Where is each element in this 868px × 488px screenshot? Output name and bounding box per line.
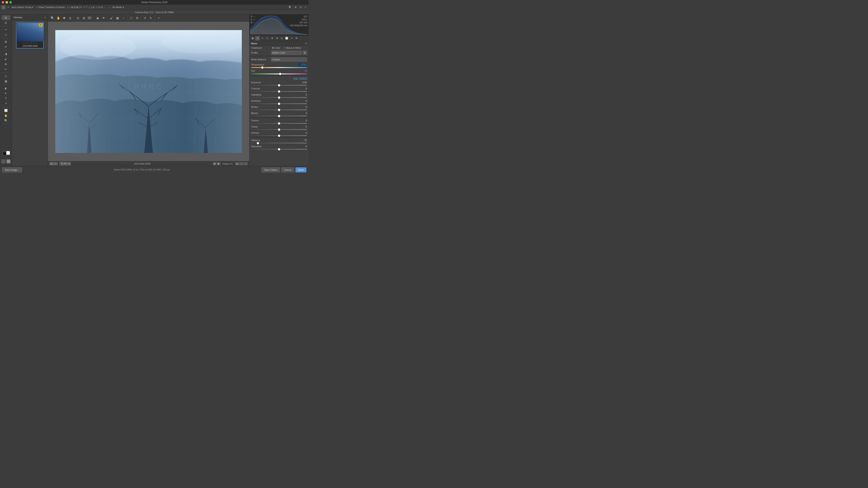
toolbar-new[interactable]: ↗ [6,5,10,9]
window-controls[interactable] [2,1,12,4]
highlights-value[interactable]: 0 [299,93,307,96]
tool-eraser[interactable]: ◻ [2,74,10,78]
whites-value[interactable]: 0 [299,106,307,108]
lens-tab[interactable]: ⬜ [284,36,289,41]
adjustment-brush[interactable]: 🖌 [109,15,114,21]
zoom-tool[interactable]: 🔍 [50,15,55,21]
straighten-tool[interactable]: ⊞ [81,15,87,21]
open-object-button[interactable]: Open Object [261,167,280,172]
tool-brush[interactable]: 🖌 [2,57,10,61]
texture-value[interactable]: 0 [299,119,307,122]
clarity-value[interactable]: 0 [299,125,307,128]
next-image[interactable]: ▶ [217,162,221,165]
wb-select[interactable]: Custom [271,57,307,62]
histogram-tab[interactable]: ▦ [250,36,255,41]
tool-dodge[interactable]: ◐ [2,86,10,91]
basic-menu[interactable]: ≡ [305,42,307,45]
toolbar-fullscreen[interactable]: ⤢ [304,5,307,9]
red-eye[interactable]: 👁 [101,15,106,21]
tool-quick-select[interactable]: ⬡ [2,32,10,37]
zoom-select[interactable]: 31.9% [59,162,71,166]
clarity-thumb[interactable] [278,128,280,131]
toolbar-more[interactable]: ··· [107,6,111,9]
color-radio[interactable]: Color [272,46,280,49]
toolbar-search[interactable]: 🔍 [288,5,292,9]
bw-radio[interactable]: Black & White [283,46,301,49]
whites-slider[interactable] [251,109,307,110]
calibration-tab[interactable]: ⚙ [294,36,299,41]
hsl-tab[interactable]: ⬡ [265,36,270,41]
tool-stamp[interactable]: ⊗ [2,62,10,66]
toolbar-transform[interactable]: ✓ Show Transform Controls [35,5,66,9]
dehaze-value[interactable]: 0 [299,132,307,134]
toolbar-workspace[interactable]: ⚙ [294,5,298,9]
tool-eyedropper[interactable]: ✏ [2,44,10,49]
contrast-value[interactable]: 0 [299,87,307,90]
contrast-thumb[interactable] [278,90,280,93]
maximize-button[interactable] [9,1,12,4]
contrast-slider[interactable] [251,91,307,92]
transform-tool[interactable]: ⌦ [87,15,93,21]
crop-tool[interactable]: ⊡ [75,15,81,21]
done-button[interactable]: Done [296,167,306,172]
split-toning-tab[interactable]: ⊗ [275,36,279,41]
filmstrip-menu[interactable]: ≡ [45,16,46,19]
tint-value[interactable]: +9 [299,70,307,72]
exposure-thumb[interactable] [278,84,280,87]
profile-select[interactable]: Adobe Color [271,51,302,55]
color-sampler[interactable]: ◎ [67,15,73,21]
dehaze-slider[interactable] [251,135,307,136]
canvas-content[interactable]: RRRC [48,22,249,161]
more-toggle[interactable]: ≡ [244,162,248,165]
presets[interactable]: ⚙ [134,15,140,21]
vibrance-value[interactable]: -75 [299,139,307,141]
dehaze-thumb[interactable] [278,134,280,137]
grad-filter[interactable]: ▦ [115,15,120,21]
clarity-slider[interactable] [251,129,307,130]
tool-more[interactable]: ··· [2,125,10,130]
auto-button[interactable]: Auto [293,77,299,79]
close-button[interactable] [2,1,4,4]
range-mask[interactable]: ⬡ [128,15,134,21]
saturation-value[interactable]: 0 [299,145,307,148]
spot-removal[interactable]: ◉ [95,15,100,21]
info-toggle[interactable]: + [240,162,243,165]
temperature-thumb[interactable] [261,66,264,69]
detail-tab[interactable]: ◎ [280,36,284,41]
texture-thumb[interactable] [278,122,280,125]
tool-shape[interactable]: ⬜ [2,108,10,113]
tool-lasso[interactable]: ✂ [2,27,10,32]
highlights-slider[interactable] [251,97,307,98]
thumbnail-item[interactable]: ! • • • • • • • _DSC0380.ARW [16,22,44,48]
toolbar-arrange[interactable]: ⊡ [299,5,302,9]
toggle-fullscreen[interactable]: ⤢ [156,15,161,21]
toolbar-auto-select[interactable]: Auto-Select: Group ▾ [11,5,34,9]
compare-view-btn[interactable]: ⊞ [54,162,58,165]
exposure-value[interactable]: 0.00 [299,81,307,84]
blacks-slider[interactable] [251,116,307,116]
view-toggle[interactable]: ⊡ ⊞ [50,162,58,165]
shadows-slider[interactable] [251,103,307,104]
saturation-slider[interactable] [251,149,307,150]
single-view-btn[interactable]: ⊡ [50,162,53,165]
tool-move[interactable]: ⊕ [2,15,10,20]
tool-spot-heal[interactable]: ◑ [2,52,10,56]
rotate-left[interactable]: ↺ [142,15,148,21]
tool-text[interactable]: T [2,96,10,101]
blacks-value[interactable]: 0 [299,112,307,115]
toolbar-mode[interactable]: No Mode ▾ [112,5,125,9]
tint-slider[interactable] [251,73,307,74]
tool-select-rect[interactable]: ⊡ [2,20,10,25]
vibrance-thumb[interactable] [257,142,259,144]
tool-crop[interactable]: ⊞ [2,39,10,44]
blacks-thumb[interactable] [278,115,280,117]
tool-path-select[interactable]: ↗ [2,101,10,106]
temperature-slider[interactable] [251,67,307,68]
tool-hand[interactable]: ✋ [2,113,10,118]
rotate-right[interactable]: ↻ [148,15,154,21]
wb-tool[interactable]: ✱ [61,15,67,21]
tool-gradient[interactable]: ▦ [2,79,10,84]
background-color[interactable] [6,151,10,155]
cancel-button[interactable]: Cancel [281,167,294,172]
highlights-thumb[interactable] [278,96,280,99]
